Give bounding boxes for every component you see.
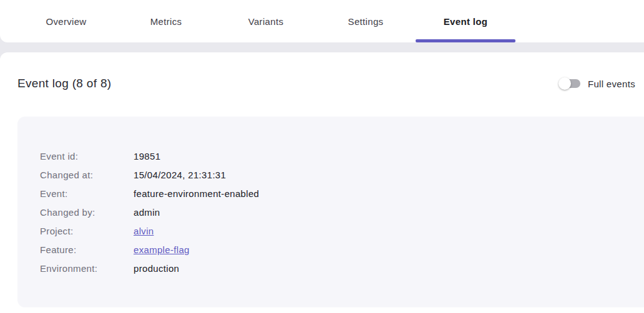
event-type-label: Event:	[40, 188, 134, 199]
changed-by-value: admin	[134, 207, 160, 218]
full-events-toggle-group: Full events	[559, 77, 635, 90]
environment-value: production	[134, 263, 179, 274]
event-row-event-id: Event id: 19851	[40, 147, 644, 165]
toggle-thumb[interactable]	[559, 77, 571, 90]
full-events-toggle[interactable]	[559, 77, 581, 90]
tab-settings[interactable]: Settings	[316, 0, 416, 42]
tab-overview[interactable]: Overview	[16, 0, 116, 42]
full-events-toggle-label: Full events	[588, 79, 635, 89]
tab-variants[interactable]: Variants	[216, 0, 316, 42]
changed-by-label: Changed by:	[40, 207, 134, 218]
event-row-changed-by: Changed by: admin	[40, 203, 644, 221]
project-label: Project:	[40, 226, 134, 236]
event-row-feature: Feature: example-flag	[40, 240, 644, 259]
tab-event-log[interactable]: Event log	[416, 0, 515, 42]
event-type-value: feature-environment-enabled	[134, 188, 259, 199]
panel-header: Event log (8 of 8) Full events	[17, 75, 635, 92]
feature-link[interactable]: example-flag	[134, 244, 190, 255]
event-card: Event id: 19851 Changed at: 15/04/2024, …	[17, 117, 644, 307]
event-row-project: Project: alvin	[40, 221, 644, 240]
event-log-panel: Event log (8 of 8) Full events Event id:…	[0, 52, 644, 313]
environment-label: Environment:	[40, 263, 134, 274]
page-title: Event log (8 of 8)	[17, 77, 111, 90]
changed-at-label: Changed at:	[40, 170, 134, 180]
changed-at-value: 15/04/2024, 21:31:31	[134, 170, 226, 180]
project-link[interactable]: alvin	[134, 226, 154, 236]
feature-label: Feature:	[40, 244, 134, 255]
event-id-value: 19851	[134, 151, 160, 161]
event-id-label: Event id:	[40, 151, 134, 161]
event-row-environment: Environment: production	[40, 259, 644, 277]
event-row-changed-at: Changed at: 15/04/2024, 21:31:31	[40, 165, 644, 184]
event-row-event-type: Event: feature-environment-enabled	[40, 184, 644, 203]
tab-metrics[interactable]: Metrics	[116, 0, 216, 42]
tab-bar: Overview Metrics Variants Settings Event…	[0, 0, 644, 42]
